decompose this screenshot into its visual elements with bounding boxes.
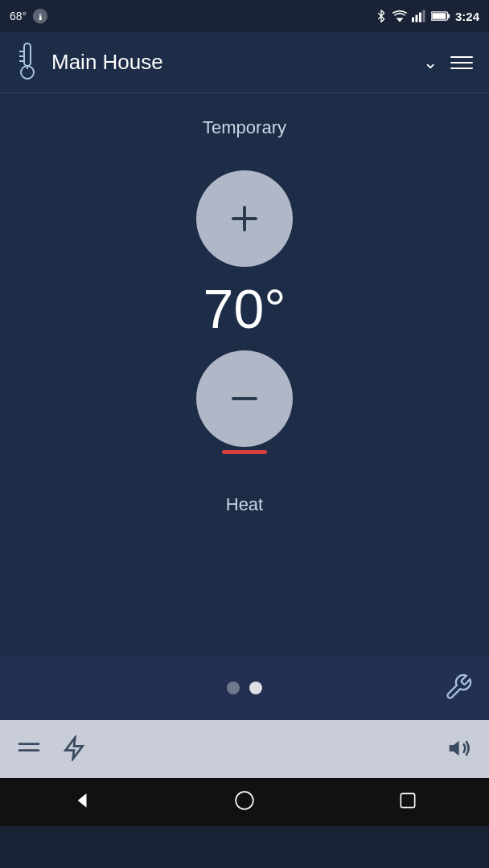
thermometer-icon — [13, 42, 42, 84]
svg-rect-10 — [24, 43, 31, 66]
status-time: 3:24 — [455, 10, 479, 23]
heat-active-indicator — [222, 450, 267, 454]
mode-label: Temporary — [203, 117, 286, 138]
menu-button[interactable] — [447, 53, 476, 72]
svg-marker-22 — [450, 740, 459, 755]
svg-rect-5 — [419, 13, 421, 23]
back-button[interactable] — [71, 790, 92, 815]
hamburger-toolbar-button[interactable] — [16, 735, 42, 764]
signal-icon — [412, 10, 426, 23]
battery-icon — [431, 10, 450, 22]
svg-rect-25 — [401, 793, 414, 807]
home-button[interactable] — [234, 790, 255, 815]
app-icon: 🌡 — [31, 7, 49, 25]
toolbar — [0, 720, 489, 778]
bluetooth-icon — [375, 10, 388, 23]
svg-point-24 — [236, 792, 253, 809]
svg-rect-4 — [415, 15, 417, 23]
settings-button[interactable] — [444, 673, 473, 704]
page-indicator-bar — [0, 656, 489, 720]
main-content: Temporary 70° Heat — [0, 93, 489, 656]
decrease-temperature-button[interactable] — [196, 350, 293, 447]
svg-rect-6 — [422, 10, 425, 23]
svg-marker-23 — [78, 793, 87, 807]
status-bar: 68° 🌡 3:24 — [0, 0, 489, 32]
status-temperature: 68° — [10, 10, 27, 23]
system-nav-bar — [0, 778, 489, 826]
page-dot-1[interactable] — [227, 682, 240, 694]
app-header: Main House ⌄ — [0, 32, 489, 93]
svg-rect-3 — [412, 18, 414, 23]
house-title: Main House — [51, 50, 410, 75]
dropdown-arrow-icon[interactable]: ⌄ — [423, 52, 438, 73]
svg-rect-9 — [432, 13, 446, 19]
page-dot-2[interactable] — [249, 682, 262, 694]
svg-rect-8 — [448, 14, 450, 18]
temperature-control: 70° — [196, 170, 293, 454]
heat-mode-label: Heat — [226, 494, 263, 515]
svg-text:🌡: 🌡 — [36, 12, 45, 22]
increase-temperature-button[interactable] — [196, 170, 293, 267]
speaker-button[interactable] — [447, 735, 473, 764]
recents-button[interactable] — [397, 790, 418, 815]
temperature-display: 70° — [203, 281, 286, 336]
page-dots — [227, 682, 262, 694]
lightning-button[interactable] — [61, 735, 87, 764]
wifi-icon — [392, 10, 407, 23]
svg-marker-2 — [396, 18, 403, 22]
svg-marker-21 — [65, 737, 82, 759]
